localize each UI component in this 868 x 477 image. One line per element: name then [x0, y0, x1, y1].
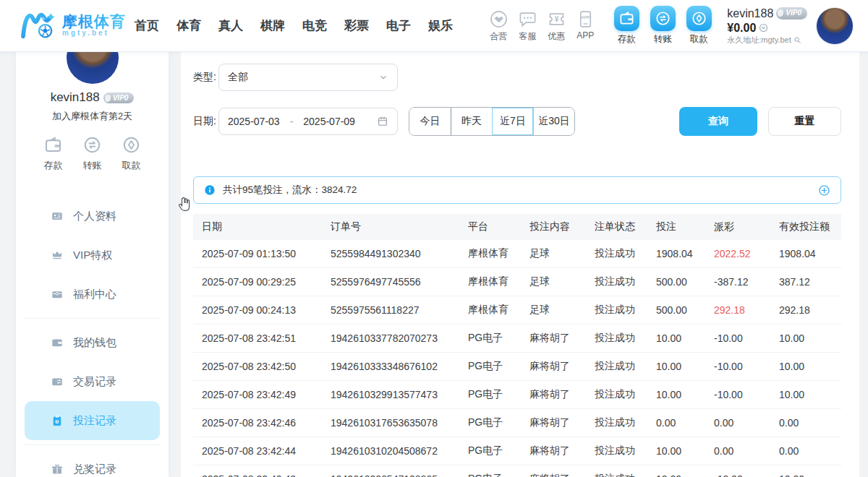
handshake-icon: [489, 9, 509, 29]
sidebar-quick-deposit[interactable]: 存款: [43, 135, 63, 172]
sidebar-item-welfare[interactable]: 福利中心: [25, 275, 160, 314]
transfer-icon: [650, 6, 676, 31]
top-navbar: 摩根体育 mgty.bet 首页体育真人棋牌电竞彩票电子娱乐 合营客服¥优惠AP…: [0, 0, 868, 52]
sidebar-item-bet-records[interactable]: ¥投注记录: [25, 401, 160, 440]
table-row: 2025-07-08 23:42:461942610317653635078PG…: [193, 409, 841, 437]
search-button[interactable]: 查询: [679, 107, 757, 136]
column-header-7: 有效投注额: [779, 220, 841, 233]
date-filter-label: 日期:: [193, 115, 218, 128]
cell-valid-amount: 10.00: [779, 332, 841, 344]
reset-button[interactable]: 重置: [768, 107, 841, 136]
username[interactable]: kevin188: [727, 7, 773, 21]
info-icon: [204, 184, 216, 196]
sidebar-quick-actions: 存款转账取款: [16, 135, 169, 172]
nav-item-live[interactable]: 真人: [218, 17, 243, 34]
cell-platform: PG电子: [468, 360, 529, 373]
brand-name: 摩根体育: [62, 14, 126, 30]
balance-refresh-icon[interactable]: [759, 23, 768, 33]
cell-bet: 10.00: [656, 389, 714, 400]
svg-text:¥: ¥: [554, 15, 558, 23]
brand-logo[interactable]: 摩根体育 mgty.bet: [20, 10, 126, 42]
coupon-icon: ¥: [547, 9, 566, 29]
header-action-app[interactable]: APPAPP: [571, 9, 600, 43]
column-header-5: 投注: [656, 220, 714, 233]
header-action-label: 转账: [654, 33, 672, 46]
cell-platform: 摩根体育: [468, 304, 529, 317]
nav-item-lottery[interactable]: 彩票: [344, 17, 369, 34]
vip-badge: VIP0: [776, 7, 807, 20]
header-action-transfer[interactable]: 转账: [646, 6, 679, 46]
avatar[interactable]: [816, 7, 854, 45]
sidebar-item-wallet[interactable]: 我的钱包: [25, 323, 160, 362]
cell-bet: 10.00: [656, 473, 714, 477]
bet-records-table: 日期订单号平台投注内容注单状态投注派彩有效投注额 2025-07-09 01:1…: [193, 214, 841, 477]
nav-item-slots[interactable]: 电子: [386, 17, 411, 34]
quick-action-label: 取款: [122, 159, 141, 172]
sidebar: kevin188 VIP0 加入摩根体育第2天 存款转账取款 个人资料VIP特权…: [16, 52, 169, 477]
cell-valid-amount: 1908.04: [779, 248, 841, 259]
cell-payout: -10.00: [714, 332, 779, 344]
sidebar-item-label: 福利中心: [73, 288, 116, 301]
sidebar-item-vip[interactable]: VIP特权: [25, 236, 160, 275]
quick-action-label: 存款: [44, 159, 63, 172]
header-action-promo[interactable]: ¥优惠: [542, 9, 571, 43]
cell-bet: 1908.04: [656, 248, 714, 259]
cell-date: 2025-07-08 23:42:44: [202, 445, 331, 457]
header-action-withdraw[interactable]: 取款: [682, 6, 715, 46]
cell-content: 麻将胡了: [529, 332, 595, 345]
bet-record-icon: ¥: [51, 414, 64, 427]
range-button-today[interactable]: 今日: [409, 108, 451, 135]
cell-order: 1942610333348676102: [331, 361, 468, 372]
type-select[interactable]: 全部: [218, 64, 398, 91]
magnifier-icon[interactable]: [793, 36, 801, 44]
nav-item-sports[interactable]: 体育: [176, 17, 201, 34]
cell-bet: 500.00: [656, 304, 714, 316]
cell-status: 投注成功: [595, 473, 656, 477]
cell-date: 2025-07-08 23:42:49: [202, 389, 331, 400]
cell-payout: 0.00: [714, 417, 779, 429]
sidebar-item-label: 投注记录: [73, 414, 116, 428]
svg-text:APP: APP: [581, 14, 590, 19]
range-button-yesterday[interactable]: 昨天: [451, 108, 492, 135]
nav-item-home[interactable]: 首页: [135, 17, 159, 34]
svg-text:¥: ¥: [56, 420, 59, 424]
cell-platform: PG电子: [468, 388, 529, 401]
nav-item-esports[interactable]: 电竞: [302, 17, 327, 34]
sidebar-avatar[interactable]: [67, 52, 119, 84]
cell-content: 足球: [529, 304, 595, 317]
nav-item-entertainment[interactable]: 娱乐: [428, 17, 453, 34]
withdraw-icon: [686, 6, 712, 31]
type-filter-label: 类型:: [193, 71, 218, 84]
date-range-input[interactable]: 2025-07-03 - 2025-07-09: [218, 108, 398, 135]
chevron-down-icon: [378, 72, 388, 82]
sidebar-item-profile[interactable]: 个人资料: [25, 197, 160, 236]
transaction-card-icon: [51, 375, 64, 388]
deposit-icon: [43, 135, 63, 155]
cell-bet: 500.00: [656, 276, 714, 288]
sidebar-item-label: 兑奖记录: [73, 463, 116, 476]
sidebar-quick-withdraw[interactable]: 取款: [122, 135, 141, 172]
cell-bet: 10.00: [656, 332, 714, 344]
expand-circle-icon[interactable]: [818, 184, 830, 197]
cell-payout: 292.18: [714, 304, 779, 316]
sidebar-quick-transfer[interactable]: 转账: [82, 135, 102, 172]
sidebar-vip-badge: VIP0: [103, 93, 135, 103]
header-action-partner[interactable]: 合营: [484, 9, 513, 43]
quick-action-label: 转账: [83, 159, 102, 172]
column-header-0: 日期: [202, 220, 331, 233]
sidebar-item-label: 交易记录: [73, 375, 116, 389]
header-action-support[interactable]: 客服: [513, 9, 542, 43]
sidebar-item-redeem[interactable]: 兑奖记录: [25, 450, 160, 477]
nav-item-chess[interactable]: 棋牌: [260, 17, 285, 34]
range-button-last30[interactable]: 近30日: [533, 108, 574, 135]
range-button-last7[interactable]: 近7日: [492, 108, 533, 135]
table-header-row: 日期订单号平台投注内容注单状态投注派彩有效投注额: [193, 214, 841, 240]
sidebar-item-label: VIP特权: [73, 249, 112, 262]
sidebar-item-transactions[interactable]: 交易记录: [25, 362, 160, 401]
cell-platform: 摩根体育: [468, 247, 529, 260]
app-phone-icon: APP: [576, 9, 595, 29]
cell-payout: -10.00: [714, 473, 779, 477]
header-action-deposit[interactable]: 存款: [610, 6, 643, 46]
cell-content: 麻将胡了: [529, 473, 595, 477]
header-right: 合营客服¥优惠APPAPP 存款转账取款 kevin188 VIP0 ¥0.00…: [484, 6, 854, 46]
